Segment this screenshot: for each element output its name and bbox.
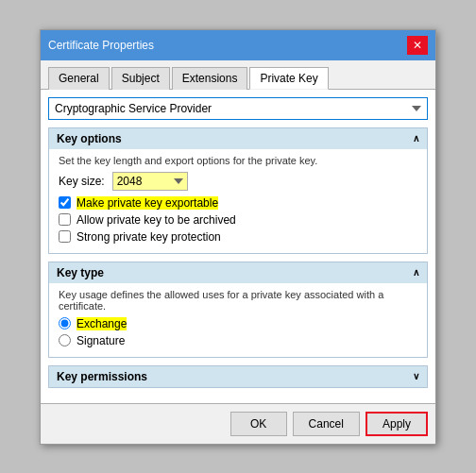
exportable-checkbox[interactable] [59,196,71,209]
tab-general[interactable]: General [48,67,110,90]
ok-button[interactable]: OK [230,412,287,436]
key-size-row: Key size: 2048 [59,172,417,191]
checkbox-archive: Allow private key to be archived [59,213,417,227]
key-type-label: Key type [57,266,104,279]
key-type-body: Key usage defines the allowed uses for a… [49,283,427,357]
apply-button[interactable]: Apply [366,412,428,436]
csp-dropdown[interactable]: Cryptographic Service Provider [48,97,428,120]
key-options-label: Key options [57,132,122,145]
exchange-label[interactable]: Exchange [76,317,127,330]
tab-subject[interactable]: Subject [111,67,170,90]
main-content: Cryptographic Service Provider Key optio… [41,90,435,403]
window-title: Certificate Properties [48,39,154,52]
radio-exchange: Exchange [59,317,417,330]
key-options-body: Set the key length and export options fo… [49,149,427,253]
tab-extensions[interactable]: Extensions [172,67,248,90]
key-type-header[interactable]: Key type ∧ [49,262,427,283]
key-options-description: Set the key length and export options fo… [59,155,417,166]
strong-checkbox[interactable] [59,230,71,243]
exchange-radio[interactable] [59,317,71,329]
key-options-section: Key options ∧ Set the key length and exp… [48,127,428,254]
archive-checkbox[interactable] [59,213,71,226]
signature-label[interactable]: Signature [76,334,125,347]
key-type-collapse-icon: ∧ [413,267,419,278]
archive-label[interactable]: Allow private key to be archived [76,213,236,227]
key-permissions-header[interactable]: Key permissions ∨ [49,366,427,387]
cancel-button[interactable]: Cancel [293,412,360,436]
checkbox-strong: Strong private key protection [59,230,417,244]
exportable-label[interactable]: Make private key exportable [76,196,218,210]
key-permissions-label: Key permissions [57,370,147,383]
key-type-description: Key usage defines the allowed uses for a… [59,289,417,312]
key-options-collapse-icon: ∧ [413,133,419,144]
tab-private-key[interactable]: Private Key [249,67,328,90]
title-bar: Certificate Properties ✕ [41,30,435,60]
key-type-section: Key type ∧ Key usage defines the allowed… [48,262,428,358]
radio-signature: Signature [59,334,417,347]
key-permissions-section: Key permissions ∨ [48,365,428,388]
key-permissions-collapse-icon: ∨ [413,371,419,381]
certificate-properties-window: Certificate Properties ✕ General Subject… [40,29,436,445]
checkbox-exportable: Make private key exportable [59,196,417,210]
key-size-select[interactable]: 2048 [112,172,188,191]
strong-label[interactable]: Strong private key protection [76,230,221,244]
button-row: OK Cancel Apply [41,403,435,444]
key-size-label: Key size: [59,175,105,188]
signature-radio[interactable] [59,334,71,346]
key-options-header[interactable]: Key options ∧ [49,128,427,149]
tabs-row: General Subject Extensions Private Key [41,60,435,90]
close-button[interactable]: ✕ [407,36,428,55]
csp-dropdown-row: Cryptographic Service Provider [48,97,428,120]
